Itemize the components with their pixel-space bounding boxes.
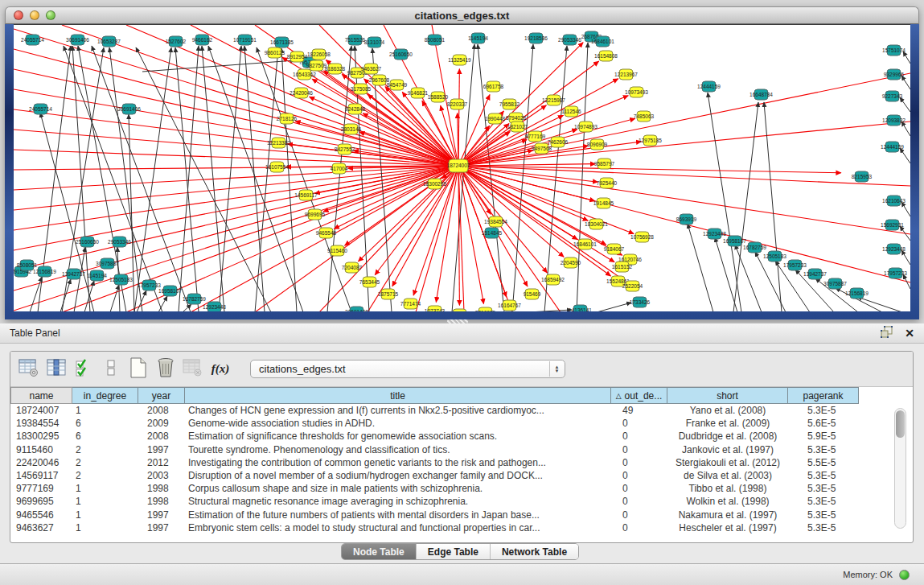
network-edge[interactable] — [158, 296, 167, 311]
network-node-label: 19218586 — [524, 35, 548, 41]
network-node-label: 2803144 — [341, 126, 362, 132]
network-edge[interactable] — [901, 250, 910, 265]
table-row[interactable]: 1830029562008Estimation of significance … — [10, 430, 913, 443]
table-row[interactable]: 946554611997Estimation of the future num… — [10, 509, 913, 521]
table-row[interactable]: 1456911722003Disruption of a novel membe… — [10, 469, 913, 482]
network-window: citations_edges.txt 24055714306914061065… — [5, 6, 919, 319]
cell-short: Jankovic et al. (1997) — [667, 444, 788, 455]
cell-name: 9465546 — [10, 509, 72, 521]
column-header-in_degree[interactable]: in_degree — [72, 387, 138, 404]
network-edge[interactable] — [544, 46, 567, 311]
cell-short: Stergiakouli et al. (2012) — [667, 457, 788, 468]
select-rows-button[interactable] — [72, 357, 96, 381]
network-node-label: 24055714 — [29, 106, 52, 112]
network-node-label: 8454749 — [387, 82, 408, 88]
network-node-label: 12444159 — [881, 144, 904, 150]
network-node-label: 10973493 — [625, 89, 648, 95]
network-edge[interactable] — [92, 46, 191, 311]
delete-rows-button[interactable] — [154, 357, 178, 381]
table-row[interactable]: 911546021997Tourette syndrome. Phenomeno… — [10, 443, 913, 456]
column-header-title[interactable]: title — [185, 387, 611, 404]
network-node-label: 2204590 — [561, 260, 581, 266]
network-edge[interactable] — [134, 47, 171, 311]
network-edge[interactable] — [14, 29, 458, 166]
column-header-short[interactable]: short — [667, 387, 788, 404]
network-edge[interactable] — [715, 237, 737, 311]
network-edge[interactable] — [733, 102, 758, 311]
function-builder-button[interactable]: f(x) — [208, 357, 232, 381]
network-edge[interactable] — [901, 122, 910, 136]
network-edge[interactable] — [458, 166, 841, 173]
network-edge[interactable] — [528, 310, 572, 311]
network-edge[interactable] — [577, 43, 588, 311]
tab-node-table[interactable]: Node Table — [342, 544, 417, 559]
float-panel-icon[interactable] — [881, 326, 893, 340]
cell-out_de: 0 — [611, 522, 667, 534]
network-edge[interactable] — [764, 102, 782, 311]
network-edge[interactable] — [901, 202, 910, 216]
cell-title: Embryonic stem cells: a model to study s… — [185, 522, 611, 534]
network-edge[interactable] — [708, 93, 741, 311]
network-node-label: 1990448 — [485, 116, 506, 122]
network-graph[interactable]: 2405571430691406106532871527602946616210… — [14, 25, 910, 311]
table-row[interactable]: 2242004622012Investigating the contribut… — [10, 456, 913, 469]
network-node-label: 9585797 — [594, 161, 615, 167]
table-row[interactable]: 1938455462009Genome-wide association stu… — [10, 417, 913, 430]
cell-out_de: 0 — [611, 418, 667, 429]
tab-network-table[interactable]: Network Table — [491, 544, 578, 559]
network-node-label: 417004 — [331, 166, 348, 171]
network-edge[interactable] — [255, 48, 278, 311]
network-edge[interactable] — [901, 76, 910, 89]
row-height-button[interactable] — [99, 357, 123, 381]
new-table-icon — [129, 357, 148, 381]
network-edge[interactable] — [14, 166, 458, 270]
table-row[interactable]: 946362711997Embryonic stem cells: a mode… — [10, 521, 913, 534]
network-edge[interactable] — [458, 166, 577, 240]
network-canvas[interactable]: 2405571430691406106532871527602946616210… — [14, 24, 910, 311]
network-edge[interactable] — [903, 51, 910, 64]
network-edge[interactable] — [900, 97, 910, 112]
column-header-pagerank[interactable]: pagerank — [788, 387, 859, 404]
column-edit-button[interactable] — [44, 357, 68, 381]
delete-table-button[interactable] — [181, 357, 205, 381]
network-edge[interactable] — [903, 274, 910, 289]
network-edge[interactable] — [458, 68, 459, 166]
table-row[interactable]: 977716911998Corpus callosum shape and si… — [10, 482, 913, 495]
network-edge[interactable] — [857, 297, 902, 311]
new-table-button[interactable] — [126, 357, 150, 381]
network-edge[interactable] — [109, 47, 142, 311]
network-edge[interactable] — [512, 44, 533, 311]
network-node-label: 16782759 — [743, 245, 766, 250]
network-edge[interactable] — [179, 46, 199, 311]
network-edge[interactable] — [597, 303, 631, 311]
column-header-out_de[interactable]: △out_de... — [611, 387, 667, 404]
column-header-name[interactable]: name — [10, 387, 72, 404]
network-edge[interactable] — [735, 245, 762, 311]
network-node-label: 16107554 — [265, 164, 289, 170]
network-node-label: 8096909 — [587, 142, 608, 147]
network-edge[interactable] — [900, 226, 910, 241]
network-node-label: 18724007 — [447, 163, 470, 168]
tab-edge-table[interactable]: Edge Table — [417, 544, 491, 559]
network-window-titlebar[interactable]: citations_edges.txt — [5, 6, 919, 24]
network-node-label: 1112546 — [561, 109, 581, 114]
network-edge[interactable] — [110, 285, 119, 311]
table-selector[interactable]: citations_edges.txt▲▼ — [250, 360, 565, 378]
column-header-year[interactable]: year — [138, 387, 185, 404]
network-edge[interactable] — [14, 89, 458, 166]
network-edge[interactable] — [14, 166, 458, 230]
scrollbar-thumb[interactable] — [896, 410, 905, 438]
network-edge[interactable] — [257, 47, 351, 311]
table-scrollbar[interactable] — [894, 408, 906, 529]
network-edge[interactable] — [244, 46, 265, 311]
table-settings-button[interactable] — [17, 357, 41, 381]
network-node-label: 2718126 — [277, 116, 298, 122]
network-edge[interactable] — [900, 148, 910, 163]
network-edge[interactable] — [458, 43, 583, 166]
network-edge[interactable] — [458, 166, 484, 304]
network-node-label: 19384554 — [484, 219, 507, 225]
network-node-label: 12213382 — [267, 140, 290, 146]
table-row[interactable]: 1872400712008Changes of HCN gene express… — [10, 404, 913, 417]
close-panel-icon[interactable]: ✕ — [905, 328, 914, 339]
table-row[interactable]: 969969511998Structural magnetic resonanc… — [10, 495, 913, 508]
